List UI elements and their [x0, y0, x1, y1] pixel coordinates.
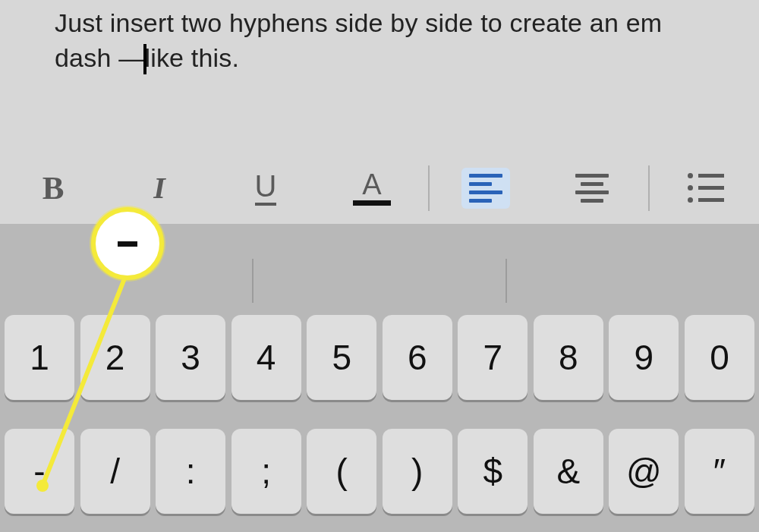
key-&[interactable]: & [534, 429, 603, 514]
hyphen-icon [118, 241, 137, 247]
key-hyphen[interactable]: - [5, 429, 74, 514]
key-)[interactable]: ) [383, 429, 452, 514]
align-center-icon [568, 168, 616, 209]
bulleted-list-button[interactable] [653, 152, 759, 224]
bold-icon: B [43, 169, 65, 206]
key-9[interactable]: 9 [609, 315, 679, 400]
key-″[interactable]: ″ [685, 429, 754, 514]
align-center-button[interactable] [539, 152, 645, 224]
key-8[interactable]: 8 [534, 315, 603, 400]
key-6[interactable]: 6 [383, 315, 452, 400]
annotation-callout-circle [91, 207, 164, 280]
key-4[interactable]: 4 [231, 315, 301, 400]
document-editor[interactable]: Just insert two hyphens side by side to … [0, 0, 759, 152]
key-7[interactable]: 7 [458, 315, 528, 400]
key-1[interactable]: 1 [5, 315, 74, 400]
bulleted-list-icon [688, 173, 724, 203]
suggestion-slot-2[interactable] [254, 224, 505, 315]
text-color-button[interactable]: A [319, 152, 425, 224]
align-left-button[interactable] [433, 152, 539, 224]
onscreen-keyboard: 1234567890 -/:;()$&@″ [0, 315, 759, 532]
underline-button[interactable]: U [213, 152, 319, 224]
keyboard-row-numbers: 1234567890 [0, 315, 759, 408]
suggestion-slot-3[interactable] [507, 224, 759, 315]
text-color-icon: A [353, 170, 391, 206]
toolbar-divider [648, 165, 650, 211]
align-left-icon [461, 168, 510, 209]
underline-icon: U [255, 171, 277, 206]
key-$[interactable]: $ [458, 429, 528, 514]
keyboard-row-symbols: -/:;()$&@″ [0, 429, 759, 521]
document-text[interactable]: Just insert two hyphens side by side to … [55, 8, 662, 72]
key-/[interactable]: / [80, 429, 150, 514]
text-after-caret: like this. [144, 43, 239, 72]
key-@[interactable]: @ [609, 429, 679, 514]
key-2[interactable]: 2 [80, 315, 150, 400]
key-0[interactable]: 0 [685, 315, 754, 400]
toolbar-divider [428, 165, 430, 211]
key-5[interactable]: 5 [307, 315, 376, 400]
key-;[interactable]: ; [231, 429, 301, 514]
key-:[interactable]: : [156, 429, 225, 514]
bold-button[interactable]: B [0, 152, 106, 224]
italic-icon: I [153, 170, 165, 206]
key-3[interactable]: 3 [156, 315, 225, 400]
key-([interactable]: ( [307, 429, 376, 514]
